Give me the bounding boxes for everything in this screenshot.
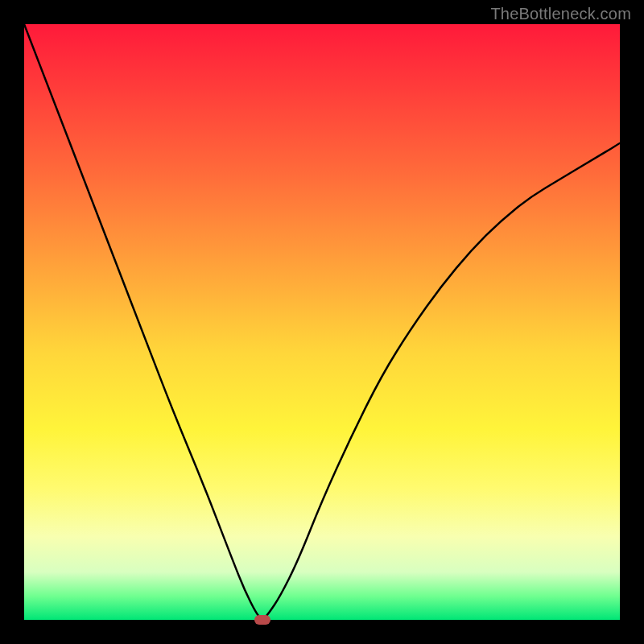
chart-container: TheBottleneck.com — [0, 0, 644, 644]
curve-svg — [24, 24, 620, 620]
plot-area — [24, 24, 620, 620]
watermark-text: TheBottleneck.com — [490, 5, 631, 23]
bottleneck-curve-path — [24, 24, 620, 618]
optimum-marker — [254, 615, 270, 625]
